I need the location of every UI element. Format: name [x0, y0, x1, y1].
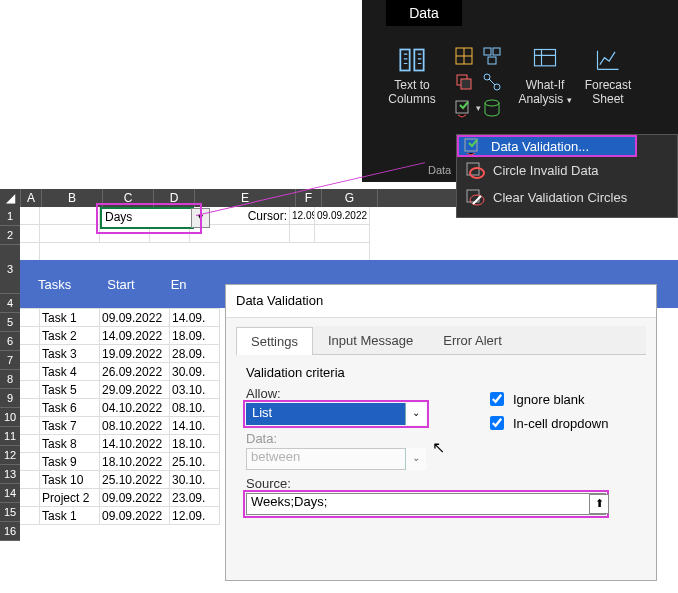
- menu-item-circle-invalid[interactable]: Circle Invalid Data: [457, 157, 677, 184]
- col-header-e[interactable]: E: [195, 189, 296, 207]
- cell-dropdown-button[interactable]: ▾: [191, 208, 210, 228]
- clear-circles-icon: [465, 188, 485, 208]
- remove-duplicates-icon: [454, 72, 474, 92]
- row-header[interactable]: 15: [0, 503, 20, 522]
- consolidate-button[interactable]: [482, 46, 502, 66]
- ribbon-group-label: Data: [428, 164, 451, 176]
- select-all-corner[interactable]: ◢: [0, 189, 21, 207]
- col-header-d[interactable]: D: [154, 189, 195, 207]
- whatif-analysis-button[interactable]: What-If Analysis ▾: [516, 46, 574, 106]
- col-header-c[interactable]: C: [103, 189, 154, 207]
- col-header-f[interactable]: F: [296, 189, 322, 207]
- data-validation-icon: [463, 136, 483, 156]
- col-header-a[interactable]: A: [21, 189, 42, 207]
- whatif-icon: [531, 46, 559, 74]
- data-validation-flyout: Data Validation... Circle Invalid Data C…: [456, 134, 678, 218]
- incell-dropdown-checkbox[interactable]: In-cell dropdown: [486, 413, 608, 433]
- validation-criteria-heading: Validation criteria: [246, 365, 636, 380]
- row-header[interactable]: 16: [0, 522, 20, 541]
- source-input[interactable]: Weeks;Days;: [246, 493, 606, 515]
- circle-invalid-icon: [465, 161, 485, 181]
- tab-error-alert[interactable]: Error Alert: [428, 326, 517, 354]
- range-picker-button[interactable]: ⬆: [589, 494, 609, 514]
- svg-rect-6: [484, 48, 491, 55]
- col-header-g[interactable]: G: [322, 189, 378, 207]
- forecast-icon: [594, 46, 622, 74]
- row-header[interactable]: 10: [0, 408, 20, 427]
- cell-c1-dropdown[interactable]: Days ▾: [100, 207, 194, 229]
- tab-input-message[interactable]: Input Message: [313, 326, 428, 354]
- chevron-down-icon: ▾: [476, 103, 481, 113]
- consolidate-icon: [482, 46, 502, 66]
- remove-duplicates-button[interactable]: [454, 72, 474, 92]
- row-header[interactable]: 12: [0, 446, 20, 465]
- text-to-columns-button[interactable]: Text to Columns: [382, 46, 442, 106]
- data-validation-dialog: Data Validation Settings Input Message E…: [225, 284, 657, 581]
- row-header[interactable]: 7: [0, 351, 20, 370]
- manage-data-model-button[interactable]: [482, 98, 502, 118]
- svg-rect-0: [400, 50, 409, 71]
- tab-settings[interactable]: Settings: [236, 327, 313, 355]
- row-header[interactable]: 14: [0, 484, 20, 503]
- row-header[interactable]: 2: [0, 226, 20, 245]
- row-header[interactable]: 4: [0, 294, 20, 313]
- menu-item-clear-circles[interactable]: Clear Validation Circles: [457, 184, 677, 211]
- svg-rect-12: [535, 50, 556, 66]
- menu-item-data-validation[interactable]: Data Validation...: [457, 135, 637, 157]
- relationships-icon: [482, 72, 502, 92]
- row-header[interactable]: 11: [0, 427, 20, 446]
- data-select: between ⌄: [246, 448, 426, 470]
- svg-rect-7: [493, 48, 500, 55]
- source-label: Source:: [246, 476, 636, 491]
- chevron-down-icon: ▾: [567, 95, 572, 105]
- row-headers: 1 2 3 4 5 6 7 8 9 10 11 12 13 14 15 16: [0, 207, 20, 541]
- svg-rect-4: [461, 79, 471, 89]
- row-header[interactable]: 3: [0, 245, 20, 294]
- row-header[interactable]: 9: [0, 389, 20, 408]
- dialog-title: Data Validation: [226, 285, 656, 318]
- relationships-button[interactable]: [482, 72, 502, 92]
- flash-fill-icon: [454, 46, 474, 66]
- svg-rect-8: [488, 57, 496, 64]
- row-header[interactable]: 8: [0, 370, 20, 389]
- row-header[interactable]: 6: [0, 332, 20, 351]
- row-header[interactable]: 5: [0, 313, 20, 332]
- ignore-blank-checkbox[interactable]: Ignore blank: [486, 389, 608, 409]
- allow-select[interactable]: List ⌄: [246, 403, 426, 425]
- svg-point-15: [470, 168, 484, 178]
- flash-fill-button[interactable]: [454, 46, 474, 66]
- data-model-icon: [482, 98, 502, 118]
- forecast-sheet-button[interactable]: Forecast Sheet: [580, 46, 636, 106]
- row-header[interactable]: 1: [0, 207, 20, 226]
- text-to-columns-icon: [398, 46, 426, 74]
- row-header[interactable]: 13: [0, 465, 20, 484]
- data-validation-split-button[interactable]: ▾: [454, 98, 481, 118]
- data-validation-icon: [454, 98, 474, 118]
- col-header-b[interactable]: B: [42, 189, 103, 207]
- svg-rect-1: [414, 50, 423, 71]
- ribbon-tab-data[interactable]: Data: [386, 0, 462, 26]
- dialog-tabs: Settings Input Message Error Alert: [236, 326, 646, 355]
- svg-point-11: [485, 100, 499, 106]
